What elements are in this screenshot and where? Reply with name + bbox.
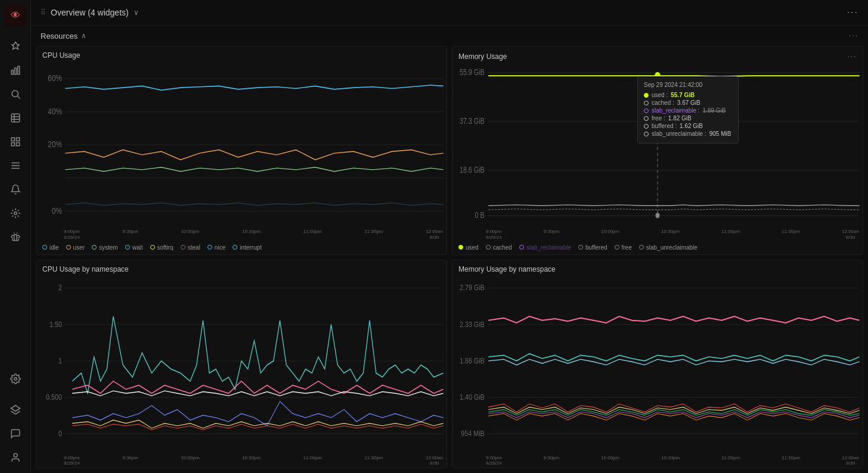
cpu-usage-title: CPU Usage (42, 51, 441, 60)
svg-text:0: 0 (58, 429, 62, 438)
x-label: 11:00pm (303, 455, 322, 466)
cpu-usage-widget: CPU Usage 60% 40% 20% 0% (36, 46, 447, 255)
svg-point-3 (12, 91, 18, 97)
x-label: 10:00pm (181, 229, 199, 240)
svg-text:1.50: 1.50 (49, 319, 62, 329)
x-label: 9:00pm9/29/24 (486, 229, 502, 240)
resources-header: Resources ∧ ··· (31, 26, 868, 43)
x-label: 11:30pm (782, 455, 800, 466)
svg-rect-12 (16, 143, 19, 146)
legend-steal[interactable]: steal (181, 244, 200, 251)
legend-mem-used[interactable]: used (458, 244, 479, 251)
resources-chevron-icon: ∧ (81, 32, 86, 40)
sidebar-item-table[interactable] (5, 107, 26, 129)
svg-point-16 (14, 212, 17, 215)
svg-rect-5 (11, 114, 20, 122)
sidebar: 👁 (0, 0, 31, 473)
memory-namespace-header: Memory Usage by namespace (452, 260, 863, 276)
svg-marker-20 (11, 406, 20, 412)
legend-mem-slab-unreclaimable[interactable]: slab_unreclaimable (639, 244, 698, 251)
resources-more-button[interactable]: ··· (849, 30, 858, 41)
legend-mem-free[interactable]: free (615, 244, 632, 251)
memory-namespace-chart-area[interactable]: 2.79 GiB 2.33 GiB 1.86 GiB 1.40 GiB 954 … (452, 276, 863, 454)
x-label: 9:00pm9/29/24 (486, 455, 502, 466)
sidebar-item-alert[interactable] (5, 179, 26, 200)
legend-interrupt[interactable]: interrupt (232, 244, 262, 251)
title-chevron-icon: ∨ (134, 8, 139, 17)
svg-text:0.500: 0.500 (46, 392, 62, 402)
x-label: 9:30pm (544, 229, 560, 240)
svg-text:0 B: 0 B (475, 211, 485, 220)
svg-text:1: 1 (58, 356, 62, 365)
x-label: 10:30pm (661, 229, 680, 240)
svg-text:37.3 GiB: 37.3 GiB (460, 117, 485, 126)
dashboard-title: Overview (4 widgets) (51, 8, 129, 17)
sidebar-item-list[interactable] (5, 155, 26, 176)
svg-rect-17 (14, 235, 17, 241)
x-label: 11:30pm (782, 229, 800, 240)
legend-user[interactable]: user (66, 244, 85, 251)
cpu-namespace-chart-area[interactable]: 2 1.50 1 0.500 0 (36, 276, 447, 454)
cpu-namespace-header: CPU Usage by namespace (36, 260, 447, 276)
svg-rect-11 (11, 143, 14, 146)
x-label: 12:00an9/30 (426, 455, 443, 466)
svg-line-4 (17, 96, 20, 98)
memory-usage-title: Memory Usage (458, 52, 842, 61)
svg-text:1.86 GiB: 1.86 GiB (460, 356, 485, 365)
memory-usage-more-button[interactable]: ··· (847, 51, 857, 62)
memory-usage-x-axis: 9:00pm9/29/24 9:30pm 10:00pm 10:30pm 11:… (452, 228, 863, 241)
cpu-usage-chart: 60% 40% 20% 0% (36, 62, 447, 228)
cpu-namespace-title: CPU Usage by namespace (42, 265, 441, 273)
svg-point-19 (14, 378, 17, 381)
cpu-namespace-widget: CPU Usage by namespace 2 1.50 1 0.500 0 (36, 260, 447, 469)
sidebar-item-user[interactable] (5, 447, 26, 468)
sidebar-item-settings[interactable] (5, 368, 26, 390)
logo-icon: 👁 (11, 10, 20, 21)
legend-idle[interactable]: idle (42, 244, 59, 251)
svg-text:2: 2 (58, 283, 62, 292)
svg-text:954 MiB: 954 MiB (461, 429, 484, 438)
resources-label: Resources (41, 32, 78, 41)
x-label: 10:30pm (242, 229, 261, 240)
sidebar-item-apps[interactable] (5, 131, 26, 153)
svg-text:18.6 GiB: 18.6 GiB (460, 166, 485, 175)
legend-nice[interactable]: nice (207, 244, 225, 251)
sidebar-item-chart[interactable] (5, 60, 26, 81)
cpu-usage-header: CPU Usage (36, 46, 447, 62)
sidebar-item-integrations[interactable] (5, 203, 26, 224)
x-label: 10:00pm (601, 229, 619, 240)
legend-wait[interactable]: wait (125, 244, 143, 251)
x-label: 9:30pm (122, 455, 138, 466)
sidebar-logo[interactable]: 👁 (5, 5, 26, 26)
sidebar-item-layers[interactable] (5, 399, 26, 421)
x-label: 12:00an9/30 (426, 229, 443, 240)
legend-system[interactable]: system (92, 244, 118, 251)
legend-mem-buffered[interactable]: buffered (578, 244, 607, 251)
sidebar-item-chat[interactable] (5, 423, 26, 444)
cpu-usage-x-axis: 9:00pm9/29/24 9:30pm 10:00pm 10:30pm 11:… (36, 228, 447, 241)
memory-usage-legend: used cached slab_reclaimable buffered fr… (452, 242, 863, 254)
topbar-more-button[interactable]: ··· (847, 7, 858, 18)
memory-usage-chart-area[interactable]: 55.9 GiB 37.3 GiB 18.6 GiB 0 B (452, 64, 863, 228)
svg-text:60%: 60% (48, 73, 62, 83)
sidebar-item-rocket[interactable] (5, 36, 26, 57)
x-label: 11:00pm (721, 455, 740, 466)
cpu-usage-chart-area[interactable]: 60% 40% 20% 0% (36, 62, 447, 228)
svg-point-21 (14, 453, 17, 457)
x-label: 12:00an9/30 (842, 229, 859, 240)
x-label: 11:00pm (303, 229, 322, 240)
cpu-usage-legend: idle user system wait softirq (36, 242, 447, 254)
sidebar-item-bug[interactable] (5, 226, 26, 248)
legend-mem-cached[interactable]: cached (486, 244, 512, 251)
sidebar-item-user-search[interactable] (5, 83, 26, 105)
svg-text:20%: 20% (48, 139, 62, 150)
x-label: 9:30pm (544, 455, 560, 466)
legend-mem-slab-reclaimable[interactable]: slab_reclaimable (519, 244, 571, 251)
x-label: 11:00pm (721, 229, 740, 240)
memory-usage-widget: Memory Usage ··· 55.9 GiB 37.3 GiB 18.6 … (452, 46, 863, 255)
drag-handle-icon: ⠿ (41, 8, 46, 17)
svg-point-41 (656, 213, 659, 218)
x-label: 9:00pm9/29/24 (64, 455, 80, 466)
legend-softirq[interactable]: softirq (150, 244, 173, 251)
x-label: 9:00pm9/29/24 (64, 229, 80, 240)
